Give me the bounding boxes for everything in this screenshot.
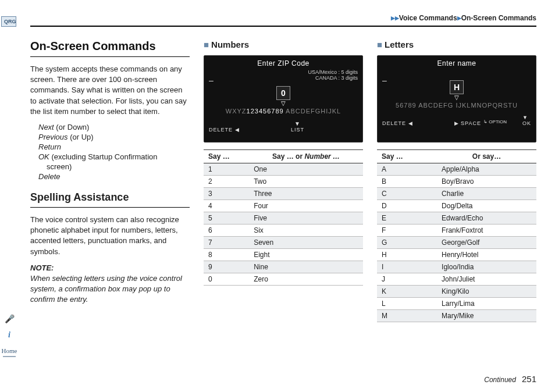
numbers-table: Say … Say … or Number … 1One2Two3Three4F… — [204, 149, 363, 286]
table-row: FFrank/Foxtrot — [377, 224, 536, 237]
table-row: 7Seven — [204, 237, 363, 249]
note: NOTE: When selecting letters using the v… — [30, 263, 190, 305]
table-row: 4Four — [204, 200, 363, 212]
footer: Continued251 — [484, 374, 536, 384]
subheading: Spelling Assistance — [30, 191, 190, 204]
table-row: LLarry/Lima — [377, 298, 536, 310]
selected-char: H — [450, 80, 464, 94]
table-row: MMary/Mike — [377, 310, 536, 322]
table-row: JJohn/Juliet — [377, 273, 536, 286]
triangle-icon: ▶ — [457, 15, 461, 21]
page-title: On-Screen Commands — [30, 40, 190, 53]
body-text: The voice control system can also recogn… — [30, 215, 190, 257]
table-row: IIgloo/India — [377, 261, 536, 273]
zip-screenshot: Enter ZIP Code USA/Mexico : 5 digitsCANA… — [204, 55, 363, 142]
table-row: 8Eight — [204, 249, 363, 261]
table-row: KKing/Kilo — [377, 286, 536, 298]
triangle-icon: ▶▶ — [391, 15, 399, 21]
breadcrumb: ▶▶Voice Commands▶On-Screen Commands — [30, 14, 536, 24]
section-numbers: ■Numbers — [204, 40, 363, 49]
table-row: EEdward/Echo — [377, 212, 536, 224]
table-row: 5Five — [204, 212, 363, 224]
table-row: CCharlie — [377, 188, 536, 200]
table-row: 0Zero — [204, 273, 363, 286]
table-row: 3Three — [204, 188, 363, 200]
name-screenshot: Enter name – H ▽ 56789 ABCDEFG IJKLMNOPQ… — [377, 55, 536, 142]
table-row: DDog/Delta — [377, 200, 536, 212]
table-row: HHenry/Hotel — [377, 249, 536, 261]
selected-char: 0 — [276, 86, 290, 100]
table-row: 2Two — [204, 176, 363, 188]
command-list: Next (or Down) Previous (or Up) Return O… — [38, 123, 190, 181]
table-row: 6Six — [204, 224, 363, 237]
table-row: 9Nine — [204, 261, 363, 273]
table-row: 1One — [204, 163, 363, 176]
section-letters: ■Letters — [377, 40, 536, 49]
table-row: BBoy/Bravo — [377, 176, 536, 188]
letters-table: Say … Or say… AApple/AlphaBBoy/BravoCCha… — [377, 149, 536, 322]
table-row: GGeorge/Golf — [377, 237, 536, 249]
table-row: AApple/Alpha — [377, 163, 536, 176]
intro-text: The system accepts these commands on any… — [30, 64, 190, 117]
